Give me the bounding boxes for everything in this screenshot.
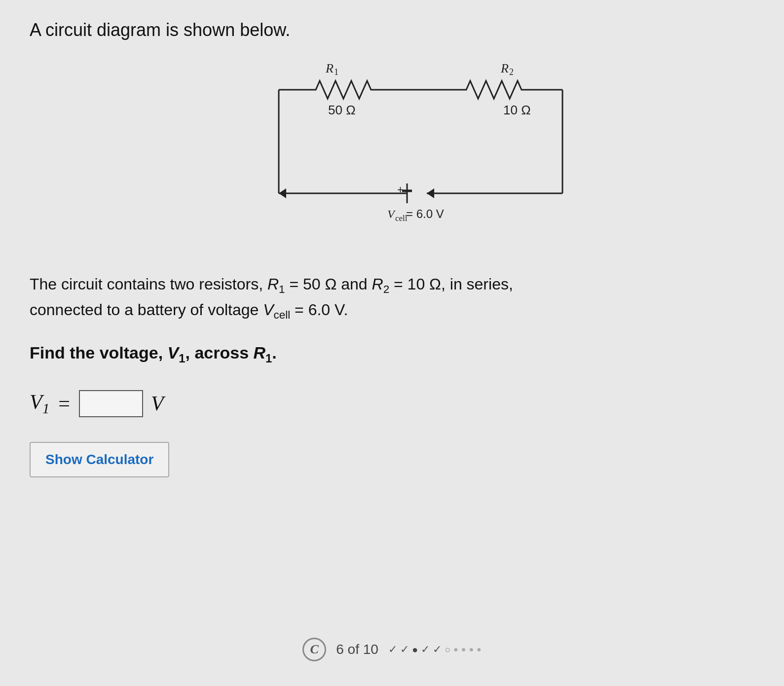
page-container: A circuit diagram is shown below. xyxy=(0,0,784,686)
svg-text:10 Ω: 10 Ω xyxy=(503,103,531,117)
bottom-navigation: C 6 of 10 ✓ ✓ ● ✓ ✓ ○ ● ● ● ● xyxy=(0,638,784,661)
svg-marker-6 xyxy=(427,188,434,198)
svg-text:= 6.0 V: = 6.0 V xyxy=(406,207,444,220)
voltage-answer-input[interactable] xyxy=(79,390,143,417)
progress-dot-5: ● xyxy=(477,645,482,654)
question-title: A circuit diagram is shown below. xyxy=(30,20,754,40)
svg-text:1: 1 xyxy=(334,67,338,77)
find-voltage-text: Find the voltage, V1, across R1. xyxy=(30,343,754,365)
progress-check-4: ✓ xyxy=(433,643,442,656)
circuit-diagram-area: + R 1 50 Ω R 2 10 Ω V cell = 6.0 V xyxy=(30,60,754,248)
equals-sign: = xyxy=(58,392,70,415)
answer-row: V1 = V xyxy=(30,390,754,417)
progress-dot-1: ● xyxy=(412,644,418,655)
svg-text:V: V xyxy=(387,208,396,220)
svg-text:R: R xyxy=(325,61,334,75)
svg-marker-11 xyxy=(279,188,286,198)
answer-unit: V xyxy=(151,392,164,415)
nav-prev-button[interactable]: C xyxy=(302,638,326,661)
progress-check-3: ✓ xyxy=(421,643,430,656)
page-counter: 6 of 10 xyxy=(336,642,378,657)
progress-check-2: ✓ xyxy=(400,643,409,656)
progress-indicators: ✓ ✓ ● ✓ ✓ ○ ● ● ● ● xyxy=(388,643,482,656)
progress-dot-4: ● xyxy=(469,645,474,654)
progress-check-1: ✓ xyxy=(388,643,397,656)
svg-text:R: R xyxy=(500,61,509,75)
progress-dot-2: ● xyxy=(453,645,458,654)
show-calculator-button[interactable]: Show Calculator xyxy=(30,442,169,477)
progress-circle-1: ○ xyxy=(445,644,450,655)
svg-text:2: 2 xyxy=(509,67,514,77)
circuit-diagram-svg: + R 1 50 Ω R 2 10 Ω V cell = 6.0 V xyxy=(200,60,585,248)
svg-text:50 Ω: 50 Ω xyxy=(328,103,356,117)
answer-label: V1 xyxy=(30,390,49,417)
description-text: The circuit contains two resistors, R1 =… xyxy=(30,272,720,324)
progress-dot-3: ● xyxy=(461,645,466,654)
